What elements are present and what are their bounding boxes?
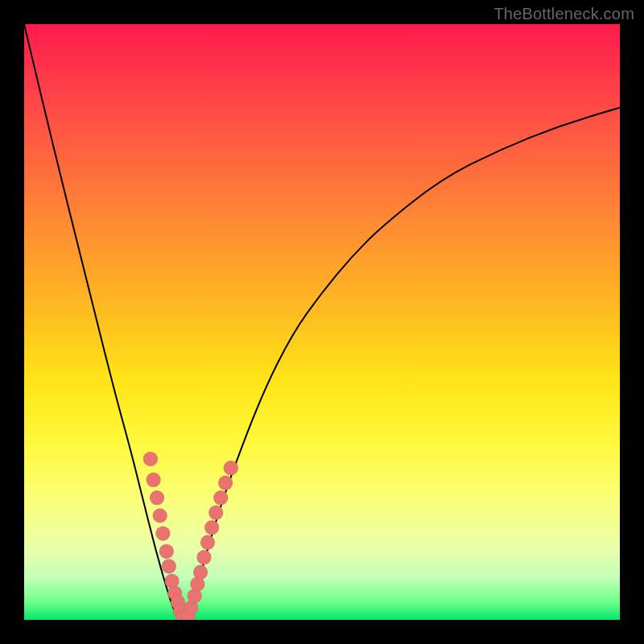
chart-frame: TheBottleneck.com [0, 0, 644, 644]
bead-marker [224, 460, 238, 475]
bottleneck-chart-svg [24, 24, 620, 620]
bead-marker [159, 544, 174, 559]
bead-cluster-right [181, 460, 238, 620]
bead-marker [155, 526, 170, 541]
plot-area [24, 24, 620, 620]
curve-right-branch [185, 108, 620, 620]
bead-marker [153, 509, 167, 523]
bead-marker [213, 490, 228, 505]
bead-marker [200, 535, 215, 550]
bead-marker [150, 490, 164, 505]
bead-marker [196, 550, 211, 564]
bead-marker [208, 506, 223, 520]
bead-marker [218, 476, 233, 490]
bead-marker [204, 520, 219, 535]
watermark-text: TheBottleneck.com [493, 5, 634, 23]
bead-marker [162, 559, 176, 573]
bead-marker [143, 452, 158, 466]
bead-marker [147, 473, 161, 487]
bead-marker [193, 565, 208, 580]
bead-cluster-left [143, 452, 191, 620]
